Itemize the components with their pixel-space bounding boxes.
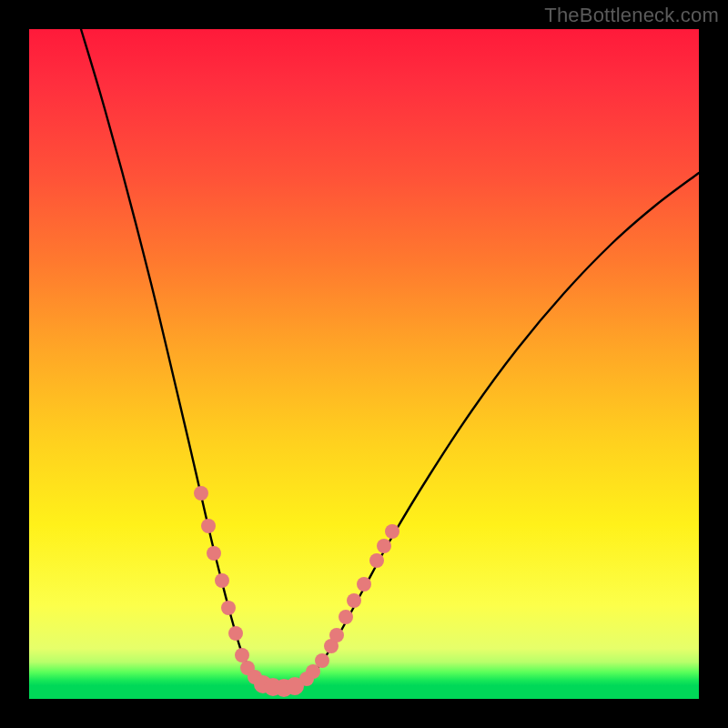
data-dot-left xyxy=(215,573,229,588)
data-dot-right xyxy=(329,628,344,642)
data-dot-right xyxy=(339,610,353,624)
data-dot-right xyxy=(385,524,399,539)
data-dot-right xyxy=(377,539,391,553)
data-dot-left xyxy=(201,519,216,533)
data-dot-left xyxy=(194,486,208,500)
data-dot-right xyxy=(357,577,371,592)
plot-area xyxy=(29,29,699,699)
data-dot-left xyxy=(221,601,236,615)
chart-container: TheBottleneck.com xyxy=(0,0,728,728)
data-dot-right xyxy=(347,593,361,608)
data-dot-left xyxy=(235,648,249,662)
curve-overlay xyxy=(29,29,699,699)
watermark-text: TheBottleneck.com xyxy=(544,4,719,27)
data-dot-right xyxy=(315,653,329,668)
data-dot-left xyxy=(207,546,221,561)
data-dot-right xyxy=(369,553,384,568)
bottleneck-curve xyxy=(81,29,699,688)
data-dot-left xyxy=(228,626,243,641)
data-dot-bottom xyxy=(286,677,304,695)
